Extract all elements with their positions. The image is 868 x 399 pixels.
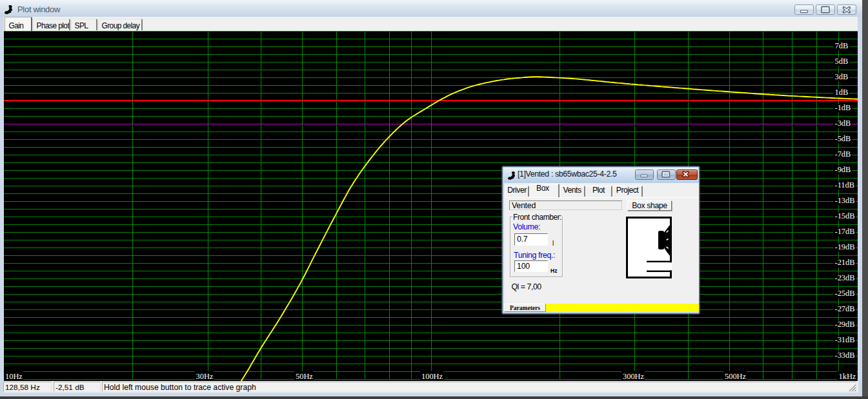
svg-text:-23dB: -23dB xyxy=(835,273,855,282)
svg-text:300Hz: 300Hz xyxy=(623,372,645,381)
svg-text:3dB: 3dB xyxy=(835,72,849,81)
svg-text:-11dB: -11dB xyxy=(835,180,855,190)
svg-text:-31dB: -31dB xyxy=(835,335,855,344)
svg-text:500Hz: 500Hz xyxy=(725,372,747,381)
svg-text:-3dB: -3dB xyxy=(835,119,851,128)
svg-text:7dB: 7dB xyxy=(835,41,849,50)
svg-text:1dB: 1dB xyxy=(835,88,849,97)
svg-text:100Hz: 100Hz xyxy=(421,372,443,381)
svg-text:-25dB: -25dB xyxy=(835,289,855,298)
svg-text:30Hz: 30Hz xyxy=(196,372,214,381)
svg-text:-9dB: -9dB xyxy=(835,165,851,174)
svg-text:-5dB: -5dB xyxy=(835,134,851,143)
svg-text:10Hz: 10Hz xyxy=(5,372,23,381)
svg-text:-15dB: -15dB xyxy=(835,211,855,220)
svg-text:50Hz: 50Hz xyxy=(296,372,313,381)
svg-text:-17dB: -17dB xyxy=(835,227,855,236)
svg-text:5dB: 5dB xyxy=(835,57,849,66)
svg-text:-19dB: -19dB xyxy=(835,242,855,251)
svg-text:-13dB: -13dB xyxy=(835,196,855,205)
svg-text:-33dB: -33dB xyxy=(835,351,855,360)
svg-text:-29dB: -29dB xyxy=(835,320,855,329)
svg-text:-7dB: -7dB xyxy=(835,150,851,159)
svg-text:-27dB: -27dB xyxy=(835,304,855,313)
svg-text:1kHz: 1kHz xyxy=(839,372,856,381)
svg-text:-21dB: -21dB xyxy=(835,258,855,267)
svg-text:-1dB: -1dB xyxy=(835,103,851,112)
